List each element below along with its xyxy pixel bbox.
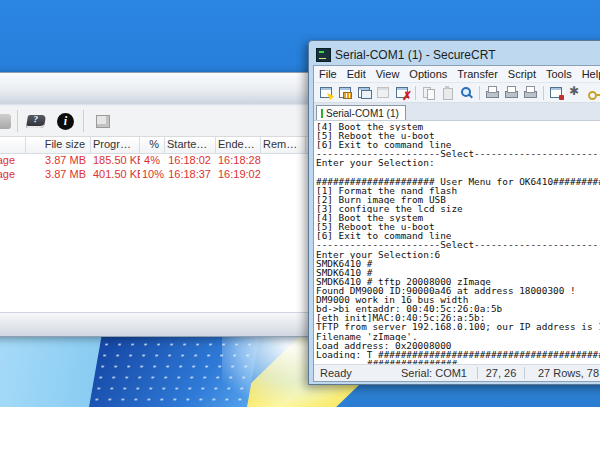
terminal-line: Load address: 0x20008000 xyxy=(316,341,600,350)
cell-percent: 10% xyxy=(140,168,165,182)
help-book-icon[interactable] xyxy=(26,115,46,128)
keymap-icon[interactable] xyxy=(587,85,600,100)
terminal-line: [4] Boot the system xyxy=(316,122,600,131)
terminal-line: Enter your Selection:6 xyxy=(316,250,600,259)
cell-started_at: 16:18:37 xyxy=(165,168,216,182)
connect-in-tab-icon[interactable] xyxy=(357,85,372,100)
paste-icon[interactable] xyxy=(440,85,455,100)
menu-bar: FileEditViewOptionsTransferScriptToolsHe… xyxy=(314,66,600,83)
tray-window-icon[interactable] xyxy=(96,115,110,128)
print-icon[interactable] xyxy=(523,85,538,100)
status-cursor-position: 27, 26 xyxy=(478,367,524,379)
transfer-window-top-strip xyxy=(0,73,311,106)
terminal-line: ##################### User Menu for OK64… xyxy=(316,177,600,186)
cell-name: zImage xyxy=(0,154,26,168)
cell-started_at: 16:18:02 xyxy=(165,154,216,168)
terminal-line: Loading: T #############################… xyxy=(316,350,600,359)
session-options-icon[interactable] xyxy=(549,85,564,100)
cell-ended_at: 16:19:02 xyxy=(216,168,261,182)
print-preview-icon[interactable] xyxy=(485,85,500,100)
column-header-file_size[interactable]: File size xyxy=(26,137,91,153)
terminal-line: [eth_init]MAC:0:40:5c:26:a:5b: xyxy=(316,313,600,322)
bottom-white-strip xyxy=(0,407,600,450)
terminal-line: [2] Burn image from USB xyxy=(316,195,600,204)
transfer-row[interactable]: zImage3.87 MB401.50 KB10%16:18:3716:19:0… xyxy=(0,168,311,182)
menu-item-script[interactable]: Script xyxy=(503,68,541,80)
column-header-percent[interactable]: % xyxy=(140,137,165,153)
securecrt-body: FileEditViewOptionsTransferScriptToolsHe… xyxy=(313,65,600,382)
menu-item-file[interactable]: File xyxy=(314,68,342,80)
transfer-list: zImage3.87 MB185.50 KB4%16:18:0216:18:28… xyxy=(0,154,311,312)
toolbar-separator xyxy=(415,86,416,100)
tftp-transfer-window: i File sizeProgress%Started atEnded atRe… xyxy=(0,72,312,337)
column-header-remaining[interactable]: Remaining xyxy=(261,137,306,153)
toolbar-separator xyxy=(83,110,84,132)
terminal-line: SMDK6410 # tftp 20008000 zImage xyxy=(316,277,600,286)
cell-ended_at: 16:18:28 xyxy=(216,154,261,168)
menu-item-view[interactable]: View xyxy=(371,68,405,80)
column-header-ended_at[interactable]: Ended at xyxy=(216,137,261,153)
print-setup-icon[interactable] xyxy=(504,85,519,100)
securecrt-titlebar[interactable]: Serial-COM1 (1) - SecureCRT xyxy=(313,44,600,65)
cell-percent: 4% xyxy=(140,154,165,168)
terminal-line: DM9000 work in 16 bus width xyxy=(316,295,600,304)
status-connection: Serial: COM1 xyxy=(401,367,467,379)
global-options-icon[interactable] xyxy=(568,85,583,100)
cell-progress: 185.50 KB xyxy=(91,154,140,168)
status-terminal-size: 27 Rows, 78 Cols xyxy=(525,367,600,379)
terminal-line: [6] Exit to command line xyxy=(316,140,600,149)
toolbar-separator xyxy=(17,110,18,132)
terminal-line: [1] Format the nand flash xyxy=(316,186,600,195)
column-header-started_at[interactable]: Started at xyxy=(165,137,216,153)
tab-label: Serial-COM1 (1) xyxy=(326,108,399,119)
terminal-line: Filename 'zImage'. xyxy=(316,332,600,341)
terminal-line xyxy=(316,168,600,177)
status-main-section: Ready Serial: COM1 xyxy=(314,367,477,379)
transfer-toolbar: i xyxy=(0,106,311,137)
transfer-list-header: File sizeProgress%Started atEnded atRema… xyxy=(0,137,311,154)
copy-icon[interactable] xyxy=(421,85,436,100)
terminal-line: [5] Reboot the u-boot xyxy=(316,222,600,231)
tab-serial-com1[interactable]: Serial-COM1 (1) xyxy=(316,105,406,120)
terminal-line: ----------------------Select------------… xyxy=(316,149,600,158)
securecrt-window: Serial-COM1 (1) - SecureCRT FileEditView… xyxy=(308,40,600,385)
menu-item-transfer[interactable]: Transfer xyxy=(452,68,503,80)
cell-remaining xyxy=(261,168,306,182)
cell-file_size: 3.87 MB xyxy=(26,168,91,182)
terminal-line: Enter your Selection: xyxy=(316,158,600,167)
toolbar-separator xyxy=(479,86,480,100)
transfer-row[interactable]: zImage3.87 MB185.50 KB4%16:18:0216:18:28 xyxy=(0,154,311,168)
status-bar: Ready Serial: COM1 27, 26 27 Rows, 78 Co… xyxy=(314,364,600,381)
partial-tool-icon[interactable] xyxy=(0,114,11,129)
menu-item-options[interactable]: Options xyxy=(404,68,452,80)
column-header-progress[interactable]: Progress xyxy=(91,137,140,153)
quick-connect-icon[interactable] xyxy=(319,85,334,100)
about-info-icon[interactable]: i xyxy=(57,113,74,130)
terminal-line: [4] Boot the system xyxy=(316,213,600,222)
menu-item-edit[interactable]: Edit xyxy=(342,68,371,80)
disconnect-icon[interactable] xyxy=(395,85,410,100)
terminal-line: Found DM9000 ID:90000a46 at address 1800… xyxy=(316,286,600,295)
terminal-screen[interactable]: [4] Boot the system[5] Reboot the u-boot… xyxy=(314,121,600,364)
cell-progress: 401.50 KB xyxy=(91,168,140,182)
terminal-line: [5] Reboot the u-boot xyxy=(316,131,600,140)
menu-item-tools[interactable]: Tools xyxy=(541,68,577,80)
terminal-line: bd->bi_entaddr: 00:40:5c:26:0a:5b xyxy=(316,304,600,313)
connected-indicator-icon xyxy=(321,109,323,118)
terminal-line: ----------------------Select------------… xyxy=(316,240,600,249)
terminal-line: SMDK6410 # xyxy=(316,259,600,268)
find-icon[interactable] xyxy=(459,85,474,100)
cell-name: zImage xyxy=(0,168,26,182)
status-ready: Ready xyxy=(320,367,352,379)
terminal-line: [3] configure the lcd size xyxy=(316,204,600,213)
connect-dialog-icon[interactable] xyxy=(338,85,353,100)
menu-item-help[interactable]: Help xyxy=(577,68,600,80)
window-title: Serial-COM1 (1) - SecureCRT xyxy=(335,48,495,62)
clone-session-icon[interactable] xyxy=(376,85,391,100)
cell-file_size: 3.87 MB xyxy=(26,154,91,168)
cell-remaining xyxy=(261,154,306,168)
securecrt-app-icon xyxy=(316,48,331,62)
toolbar xyxy=(314,83,600,103)
transfer-window-bottom-strip xyxy=(0,312,311,336)
column-header-name[interactable] xyxy=(0,137,26,153)
